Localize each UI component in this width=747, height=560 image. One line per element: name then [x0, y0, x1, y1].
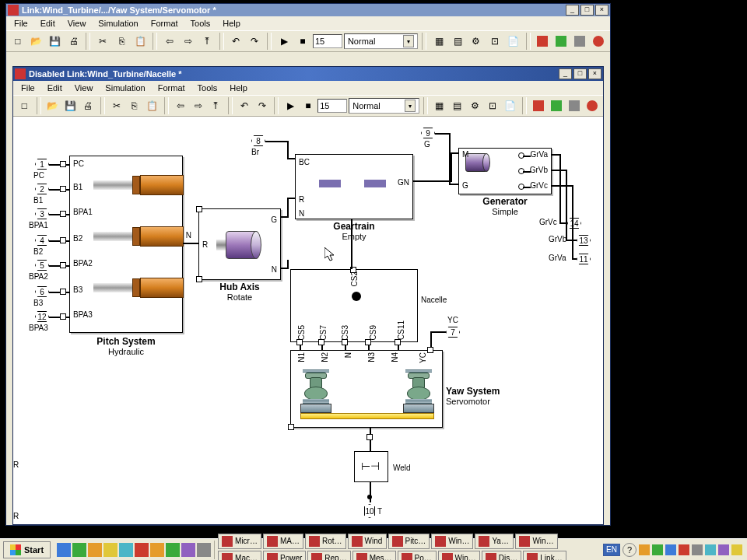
outer-titlebar[interactable]: Link:Wind_Turbine/.../Yaw System/Servomo… [6, 4, 610, 16]
undo-button[interactable]: ↶ [228, 33, 245, 50]
open-button[interactable]: 📂 [28, 33, 45, 50]
outport-hex[interactable]: 13 [577, 235, 591, 246]
cut-button[interactable]: ✂ [94, 33, 111, 50]
taskbar-task[interactable]: Dis… [482, 551, 521, 561]
model-canvas[interactable]: R R PC B1 BPA1 B2 BPA2 B3 BPA3 N Pitch S… [13, 117, 603, 524]
up-button[interactable]: ⤒ [208, 97, 224, 114]
open-button[interactable]: 📂 [45, 97, 61, 114]
fwd-button[interactable]: ⇨ [190, 97, 206, 114]
taskbar-task[interactable]: Mac… [218, 551, 261, 561]
inport-hex[interactable]: 6 [35, 286, 49, 297]
block-weld[interactable]: ⊢⊣ [354, 451, 388, 482]
redo-button[interactable]: ↷ [246, 33, 263, 50]
play-button[interactable]: ▶ [275, 33, 293, 50]
taskbar-task[interactable]: Link… [523, 551, 566, 561]
menu-edit[interactable]: Edit [36, 18, 60, 29]
inport-hex[interactable]: 9 [421, 128, 435, 138]
new-button[interactable]: □ [9, 33, 26, 50]
inner-titlebar[interactable]: Disabled Link:Wind_Turbine/Nacelle * _ □… [13, 67, 603, 81]
sim-mode-select[interactable]: Normal ▾ [349, 98, 419, 114]
doc-button[interactable]: 📄 [505, 33, 522, 50]
inner-close-button[interactable]: × [588, 68, 601, 79]
tray-icon[interactable] [731, 544, 742, 555]
fwd-button[interactable]: ⇨ [180, 33, 197, 50]
outport-hex[interactable]: 14 [567, 218, 581, 229]
block-nacelle[interactable]: CS5 CS7 CS3 CS2 CS9 CS11 [290, 269, 418, 342]
menu-simulation[interactable]: Simulation [100, 82, 149, 93]
taskbar-task[interactable]: Win… [431, 534, 473, 549]
cfg-button[interactable]: ⊡ [485, 97, 501, 114]
link4-button[interactable] [584, 97, 600, 114]
outer-max-button[interactable]: □ [580, 5, 594, 16]
menu-edit[interactable]: Edit [43, 82, 67, 93]
link3-button[interactable] [571, 33, 588, 50]
link2-button[interactable] [549, 97, 565, 114]
up-button[interactable]: ⤒ [198, 33, 216, 50]
taskbar-task[interactable]: Micr… [218, 534, 261, 549]
menu-file[interactable]: File [9, 18, 33, 29]
ql-icon[interactable] [57, 543, 71, 557]
taskbar-task[interactable]: Rep… [307, 551, 350, 561]
ql-icon[interactable] [88, 543, 102, 557]
cut-button[interactable]: ✂ [109, 97, 125, 114]
menu-help[interactable]: Help [225, 82, 252, 93]
tray-icon[interactable] [639, 544, 650, 555]
back-button[interactable]: ⇦ [161, 33, 178, 50]
link1-button[interactable] [531, 97, 547, 114]
print-button[interactable]: 🖨 [80, 97, 96, 114]
link3-button[interactable] [566, 97, 583, 114]
tray-icon[interactable] [652, 544, 663, 555]
block-generator[interactable]: M G GrVa GrVb GrVc [458, 148, 552, 194]
taskbar-task[interactable]: Wind [348, 534, 387, 549]
paste-button[interactable]: 📋 [132, 33, 149, 50]
tray-icon[interactable] [665, 544, 676, 555]
inport-hex[interactable]: 4 [35, 235, 49, 246]
menu-help[interactable]: Help [218, 18, 245, 29]
taskbar-task[interactable]: Pitc… [388, 534, 430, 549]
inner-max-button[interactable]: □ [573, 68, 587, 79]
taskbar-task[interactable]: Ya… [475, 534, 514, 549]
link4-button[interactable] [590, 33, 607, 50]
tray-icon[interactable] [692, 544, 703, 555]
redo-button[interactable]: ↷ [254, 97, 270, 114]
new-button[interactable]: □ [16, 97, 33, 114]
play-button[interactable]: ▶ [282, 97, 299, 114]
menu-simulation[interactable]: Simulation [93, 18, 142, 29]
copy-button[interactable]: ⎘ [113, 33, 130, 50]
lang-indicator[interactable]: EN [603, 544, 620, 556]
ql-icon[interactable] [166, 543, 180, 557]
block-yaw-system[interactable]: N1 N2 N N3 N4 YC [290, 350, 443, 428]
print-button[interactable]: 🖨 [65, 33, 82, 50]
tray-icon[interactable] [718, 544, 729, 555]
menu-view[interactable]: View [70, 82, 98, 93]
menu-format[interactable]: Format [153, 82, 190, 93]
taskbar-task[interactable]: Win… [515, 534, 557, 549]
build-button[interactable]: ⚙ [468, 33, 485, 50]
undo-button[interactable]: ↶ [237, 97, 253, 114]
menu-view[interactable]: View [63, 18, 91, 29]
taskbar-task[interactable]: MA… [263, 534, 303, 549]
outer-close-button[interactable]: × [595, 5, 608, 16]
copy-button[interactable]: ⎘ [126, 97, 142, 114]
stop-time-input[interactable] [313, 34, 342, 48]
inport-hex[interactable]: 5 [35, 260, 49, 271]
sim-mode-select[interactable]: Normal ▾ [344, 33, 418, 49]
tray-icon[interactable] [679, 544, 689, 555]
save-button[interactable]: 💾 [47, 33, 64, 50]
menu-file[interactable]: File [16, 82, 40, 93]
save-button[interactable]: 💾 [62, 97, 79, 114]
outport-hex[interactable]: 11 [577, 254, 591, 264]
build-button[interactable]: ⚙ [467, 97, 483, 114]
help-icon[interactable]: ? [622, 543, 637, 557]
inport-hex[interactable]: 2 [35, 184, 49, 194]
ql-icon[interactable] [150, 543, 164, 557]
taskbar-task[interactable]: Po… [398, 551, 437, 561]
inport-hex[interactable]: 8 [251, 135, 265, 146]
doc-button[interactable]: 📄 [503, 97, 519, 114]
link2-button[interactable] [552, 33, 570, 50]
ql-icon[interactable] [72, 543, 86, 557]
link1-button[interactable] [535, 33, 552, 50]
lib-button[interactable]: ▦ [432, 97, 448, 114]
outer-min-button[interactable]: _ [566, 5, 579, 16]
menu-tools[interactable]: Tools [186, 18, 216, 29]
